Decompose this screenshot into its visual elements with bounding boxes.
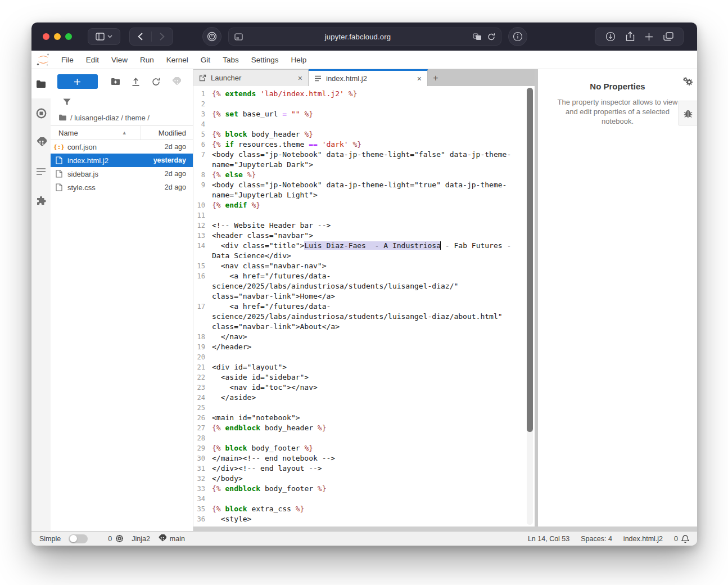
tab-overview-icon[interactable] [663,32,673,41]
code-line: 13<header class="navbar"> [193,231,535,241]
code-line: 12<!-- Website Header bar --> [193,220,535,231]
upload-button[interactable] [125,74,146,89]
code-row: {% endblock body_header %} [212,423,526,433]
line-number: 33 [193,484,209,494]
filter-row[interactable] [51,94,193,110]
code-line-content: </header> [209,342,535,352]
new-folder-button[interactable] [105,74,125,89]
zoom-window-button[interactable] [65,33,72,40]
file-modified: yesterday [137,156,193,164]
debugger-tab[interactable] [679,101,697,125]
code-line: 11 [193,210,535,220]
cursor-position[interactable]: Ln 14, Col 53 [528,535,569,543]
sidebar-item-git[interactable] [31,128,51,157]
line-number: 18 [193,332,209,342]
refresh-button[interactable] [146,74,166,89]
code-row: <a href="/futures/data- [212,302,526,312]
menu-kernel[interactable]: Kernel [160,56,195,64]
translate-icon[interactable] [473,33,482,40]
table-row[interactable]: sidebar.js2d ago [51,167,193,181]
browser-window: jupyter.fabcloud.org [31,22,697,546]
table-row[interactable]: {:}conf.json2d ago [51,140,193,154]
close-window-button[interactable] [43,33,49,40]
editor-scrollbar[interactable] [527,88,533,525]
close-icon[interactable]: × [417,74,422,83]
code-row: <aside id="sidebar"> [212,372,526,382]
sidebar-item-toc[interactable] [31,157,51,186]
line-number: 32 [193,474,209,484]
file-name: style.css [67,183,137,192]
sidebar-item-file-browser[interactable] [31,69,51,98]
line-number: 13 [193,231,209,241]
extension-button[interactable] [202,27,221,46]
code-line-content: <div class="title">Luis Diaz-Faes - A In… [209,241,535,261]
minimize-window-button[interactable] [54,33,61,40]
info-button[interactable] [508,27,527,46]
code-line: 21<div id="layout"> [193,362,535,372]
code-row: class="navbar-link">About</a> [212,322,526,332]
code-row: <nav id="toc"></nav> [212,382,526,393]
menu-git[interactable]: Git [195,56,216,64]
code-row [212,433,526,443]
code-line: 33{% endblock body_footer %} [193,484,535,494]
scrollbar-thumb[interactable] [527,88,533,432]
code-line: 20 [193,352,535,362]
reload-icon[interactable] [487,33,495,41]
onepassword-icon [207,32,217,42]
notifications-indicator[interactable]: 0 [674,534,689,543]
jupyter-menubar: FileEditViewRunKernelGitTabsSettingsHelp [31,51,697,69]
modified-column-header[interactable]: Modified [141,129,193,137]
code-line-content: <div id="layout"> [209,362,535,372]
table-row[interactable]: style.css2d ago [51,181,193,194]
simple-mode-toggle[interactable] [69,534,88,543]
share-icon[interactable] [626,32,635,42]
menu-settings[interactable]: Settings [245,56,285,64]
line-number: 29 [193,443,209,453]
menu-tabs[interactable]: Tabs [216,56,245,64]
code-line-content: <nav class="navbar-nav"> [209,261,535,271]
forward-button[interactable] [151,28,173,45]
sidebar-item-running[interactable] [31,98,51,128]
menu-file[interactable]: File [55,56,80,64]
menu-view[interactable]: View [105,56,134,64]
code-line: 5{% block body_header %} [193,129,535,140]
address-bar[interactable]: jupyter.fabcloud.org [228,28,501,46]
sidebar-item-extensions[interactable] [31,186,51,215]
language-mode[interactable]: Jinja2 [132,535,150,543]
breadcrumb[interactable]: / luisangel-diaz / theme / [51,110,193,125]
file-icon [51,156,67,164]
downloads-icon[interactable] [605,32,616,42]
tab-index-html-j2[interactable]: index.html.j2× [309,69,428,86]
code-row: Data Science</div> [212,251,526,261]
git-branch-indicator[interactable]: main [158,534,185,543]
git-clone-button[interactable] [166,74,186,89]
code-line-content [209,494,535,504]
sidebar-toggle-button[interactable] [88,28,120,45]
line-number: 17 [193,302,209,332]
code-line-content: <header class="navbar"> [209,231,535,241]
code-line: 30</main><!-- end notebook --> [193,453,535,464]
code-line: 36 <style> [193,514,535,524]
close-icon[interactable]: × [298,74,302,83]
indent-indicator[interactable]: Spaces: 4 [581,535,612,543]
menu-help[interactable]: Help [284,56,313,64]
new-tab-icon[interactable] [645,33,653,41]
code-row: </main><!-- end notebook --> [212,453,526,464]
back-button[interactable] [130,28,151,45]
menu-run[interactable]: Run [134,56,160,64]
code-editor[interactable]: 1{% extends 'lab/index.html.j2' %}2 3{% … [193,86,535,526]
new-launcher-button[interactable] [57,74,98,89]
add-tab-button[interactable]: + [428,70,444,86]
menu-edit[interactable]: Edit [80,56,105,64]
code-line-content: <body class="jp-Notebook" data-jp-theme-… [209,150,535,170]
code-line-content: </body> [209,474,535,484]
code-line-content [209,119,535,129]
kernel-sessions-indicator[interactable]: 0 [108,534,124,543]
name-column-header[interactable]: Name ▲ [51,126,141,140]
json-icon: {:} [51,143,67,151]
property-inspector-tab[interactable] [683,77,694,87]
page-settings-icon[interactable] [234,33,243,40]
code-line-content [209,210,535,220]
table-row[interactable]: index.html.j2yesterday [51,154,193,167]
tab-launcher[interactable]: Launcher× [193,70,309,86]
